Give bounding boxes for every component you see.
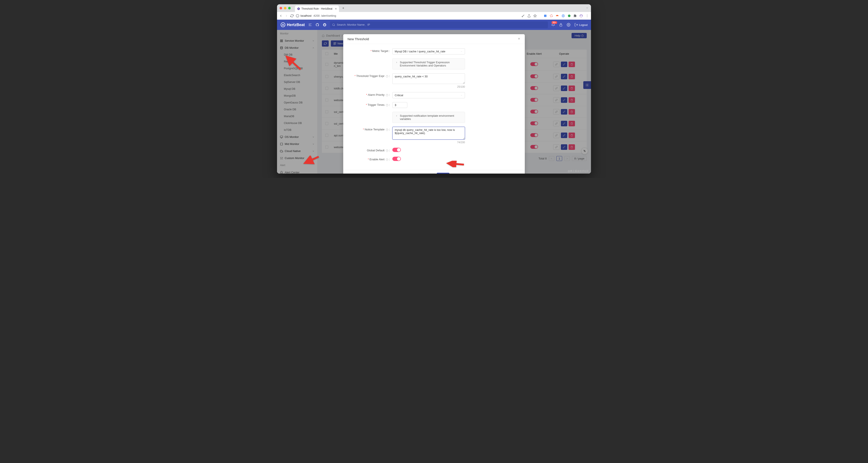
modal-title: New Threshold	[347, 37, 369, 41]
chevron-down-icon	[461, 51, 463, 53]
help-icon[interactable]	[386, 128, 388, 131]
help-icon[interactable]	[386, 104, 388, 107]
modal-overlay: New Threshold *Metric Target : Mysql DB …	[277, 30, 591, 174]
extension-icons: 1	[521, 14, 589, 18]
tabs-dropdown-icon[interactable]	[586, 6, 588, 10]
supported-template-expand[interactable]: Supported notification template environm…	[392, 112, 465, 123]
search-placeholder: Search: Monitor Name、IP	[337, 23, 370, 27]
tab-title: Threshold Rule - HertzBeat	[301, 7, 332, 10]
maximize-window[interactable]	[288, 7, 291, 9]
svg-point-15	[581, 15, 582, 16]
ext1-icon[interactable]: 1	[544, 14, 547, 18]
profile-icon[interactable]	[580, 14, 583, 18]
svg-marker-5	[533, 14, 536, 17]
ok-button[interactable]: OK	[437, 173, 450, 174]
logo-icon	[280, 22, 285, 27]
puzzle-icon[interactable]	[574, 14, 577, 18]
svg-point-13	[568, 15, 570, 17]
url-port: :4200	[313, 14, 320, 17]
logout-icon	[574, 23, 578, 27]
browser-tabstrip: Threshold Rule - HertzBeat × +	[277, 4, 591, 12]
address-bar: localhost:4200/alert/setting 1	[277, 12, 591, 20]
close-icon	[518, 37, 521, 40]
reload-icon[interactable]	[290, 14, 294, 18]
minimize-window[interactable]	[284, 7, 286, 9]
svg-point-12	[563, 15, 564, 16]
logo-text: HertzBeat	[287, 23, 305, 27]
svg-point-8	[550, 15, 553, 17]
svg-point-4	[522, 16, 523, 17]
forward-icon[interactable]	[285, 14, 288, 18]
ext2-icon[interactable]	[550, 14, 553, 18]
search-icon	[332, 23, 335, 26]
close-tab-icon[interactable]: ×	[335, 7, 337, 10]
help-icon[interactable]	[386, 75, 388, 78]
github-icon[interactable]	[315, 23, 319, 27]
enable-alert-switch[interactable]	[392, 157, 401, 161]
svg-rect-26	[560, 25, 562, 26]
new-tab-button[interactable]: +	[342, 6, 344, 10]
notification-badge: 99+	[552, 21, 557, 24]
template-counter: 74/200	[392, 141, 465, 144]
svg-point-11	[562, 15, 564, 17]
favicon-icon	[297, 7, 300, 10]
share-icon[interactable]	[527, 14, 531, 18]
star-icon[interactable]	[533, 14, 537, 18]
browser-tab[interactable]: Threshold Rule - HertzBeat ×	[295, 5, 339, 12]
alarm-priority-select[interactable]: Critical	[392, 92, 465, 98]
watermark: @稀土掘金技术社区	[568, 170, 589, 173]
settings-icon[interactable]	[567, 23, 570, 27]
svg-point-27	[568, 24, 569, 25]
modal-close-button[interactable]	[518, 37, 521, 41]
window-controls	[280, 7, 291, 9]
help-icon[interactable]	[386, 149, 388, 152]
gitee-icon[interactable]	[323, 23, 327, 27]
notification-bell[interactable]: 99+	[551, 23, 555, 27]
info-icon[interactable]	[296, 14, 299, 18]
logo[interactable]: HertzBeat	[280, 22, 305, 27]
new-threshold-modal: New Threshold *Metric Target : Mysql DB …	[343, 34, 525, 174]
trigger-expr-input[interactable]	[392, 73, 465, 84]
ext3-icon[interactable]	[556, 14, 559, 18]
supported-expr-expand[interactable]: Supported Threshold Trigger Expression E…	[392, 58, 465, 69]
svg-point-19	[281, 23, 285, 27]
svg-point-18	[587, 17, 587, 17]
svg-line-25	[334, 25, 335, 26]
svg-point-16	[587, 15, 587, 15]
url-field[interactable]: localhost:4200/alert/setting	[296, 14, 519, 18]
ext4-icon[interactable]	[561, 14, 565, 18]
close-window[interactable]	[280, 7, 282, 9]
back-icon[interactable]	[279, 14, 283, 18]
logout-button[interactable]: Logout	[574, 23, 588, 27]
lock-icon[interactable]	[559, 23, 563, 27]
cancel-button[interactable]: Cancel	[418, 173, 434, 174]
search-input[interactable]: Search: Monitor Name、IP	[330, 21, 548, 28]
svg-point-17	[587, 16, 587, 16]
collapse-menu-icon[interactable]	[308, 23, 312, 27]
chevron-right-icon	[396, 115, 398, 117]
url-host: localhost	[301, 14, 311, 17]
ext5-icon[interactable]	[567, 14, 571, 18]
notice-template-input[interactable]	[392, 127, 465, 140]
logout-label: Logout	[579, 23, 588, 27]
help-icon[interactable]	[386, 94, 388, 96]
help-icon[interactable]	[386, 158, 388, 161]
key-icon[interactable]	[521, 14, 525, 18]
chevron-down-icon	[461, 94, 463, 96]
more-icon[interactable]	[585, 14, 589, 18]
chevron-right-icon	[396, 61, 398, 63]
expr-counter: 25/100	[392, 85, 465, 88]
trigger-times-input[interactable]	[392, 102, 407, 108]
url-path: /alert/setting	[321, 14, 336, 17]
svg-point-24	[333, 24, 335, 26]
metric-target-select[interactable]: Mysql DB / cache / query_cache_hit_rate	[392, 48, 465, 55]
app-topbar: HertzBeat Search: Monitor Name、IP 99+ Lo…	[277, 20, 591, 30]
svg-text:1: 1	[545, 15, 546, 17]
global-default-switch[interactable]	[392, 148, 401, 152]
